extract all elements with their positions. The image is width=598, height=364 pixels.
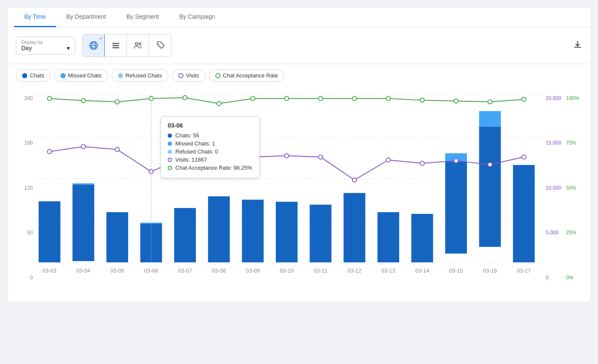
display-by-text: Day	[21, 45, 32, 51]
bar-chats-2	[106, 212, 128, 262]
people-icon	[133, 40, 143, 51]
y-axis-left: 240 180 120 60 0	[16, 91, 33, 293]
display-by-select[interactable]: Display by Day ▾	[16, 37, 75, 54]
tag-icon	[155, 40, 165, 51]
chats-dot	[22, 73, 27, 78]
filter-globe-button[interactable]	[83, 34, 105, 57]
legend-refused-chats[interactable]: Refused Chats	[112, 69, 169, 82]
rate-dot-9	[352, 97, 357, 101]
bar-chats-6	[242, 200, 263, 262]
visit-dot-3	[149, 170, 153, 174]
y-rate-25: 25%	[566, 230, 582, 236]
bar-chats-9	[343, 193, 365, 262]
tab-by-segment[interactable]: By Segment	[116, 7, 169, 27]
x-label-14: 03-17	[517, 268, 531, 274]
missed-chats-dot	[60, 73, 66, 78]
display-by-value: Day ▾	[21, 45, 70, 51]
y-left-0: 0	[16, 275, 33, 281]
legend-chat-acceptance-rate[interactable]: Chat Acceptance Rate	[209, 69, 284, 82]
y-rate-0: 0%	[566, 275, 582, 281]
svg-rect-5	[112, 43, 119, 44]
visit-dot-8	[318, 155, 323, 159]
bar-missed-1	[72, 183, 94, 185]
x-label-9: 03-12	[347, 268, 361, 274]
y-visits-15000: 15,000	[546, 140, 564, 146]
x-label-0: 03-03	[43, 268, 57, 274]
rate-dot-0	[47, 97, 52, 101]
x-label-12: 03-15	[449, 268, 463, 274]
rate-dot-8	[318, 97, 323, 101]
rate-dot-14	[522, 97, 526, 102]
x-label-1: 03-04	[77, 268, 91, 274]
display-by-label: Display by	[21, 40, 70, 45]
bar-chats-14	[513, 165, 535, 262]
legend-bar: Chats Missed Chats Refused Chats Visits …	[7, 64, 591, 87]
svg-point-8	[135, 43, 138, 45]
visit-dot-0	[47, 150, 52, 154]
y-visits-0: 0	[546, 275, 564, 281]
legend-missed-chats[interactable]: Missed Chats	[54, 69, 108, 82]
rate-dot-1	[81, 99, 86, 103]
chart-inner: 03-03 03-04 03-05 03-06 03-07 03-08 03-0…	[33, 91, 543, 293]
visit-dot-5	[217, 152, 221, 156]
filter-people-button[interactable]	[127, 34, 149, 57]
chart-svg: 03-03 03-04 03-05 03-06 03-07 03-08 03-0…	[33, 91, 543, 292]
svg-rect-6	[112, 45, 119, 46]
main-card: By Time By Department By Segment By Camp…	[7, 7, 591, 302]
visit-dot-14	[522, 155, 526, 159]
visit-dot-11	[420, 161, 424, 165]
rate-dot-11	[420, 98, 424, 102]
tab-by-time[interactable]: By Time	[14, 7, 56, 27]
y-left-180: 180	[16, 140, 33, 146]
x-label-13: 03-16	[483, 268, 497, 274]
visits-label: Visits	[186, 72, 199, 79]
y-rate-50: 50%	[566, 185, 582, 191]
filter-tag-button[interactable]	[149, 34, 171, 57]
legend-visits[interactable]: Visits	[172, 69, 206, 82]
bar-chats-13	[479, 127, 501, 247]
chart-wrapper: 240 180 120 60 0	[16, 91, 582, 293]
filter-icons-group	[82, 34, 172, 57]
bar-chats-4	[174, 208, 196, 262]
bar-chats-1	[72, 185, 94, 261]
rate-dot-4	[183, 96, 187, 100]
list-icon	[111, 40, 121, 51]
rate-dot-12	[454, 99, 458, 103]
refused-chats-label: Refused Chats	[126, 72, 162, 79]
rate-dot-7	[285, 97, 289, 101]
tab-by-department[interactable]: By Department	[56, 7, 116, 27]
bar-chats-10	[378, 212, 399, 262]
visit-dot-2	[115, 148, 120, 152]
globe-icon	[89, 40, 99, 51]
filter-list-button[interactable]	[105, 34, 127, 57]
visit-dot-10	[386, 158, 390, 162]
bar-chats-0	[39, 201, 60, 262]
svg-point-9	[139, 43, 141, 45]
x-label-3: 03-06	[144, 268, 158, 274]
x-label-7: 03-10	[280, 268, 294, 274]
legend-chats[interactable]: Chats	[16, 69, 51, 82]
bar-chats-8	[310, 205, 332, 262]
y-rate-75: 75%	[566, 140, 582, 146]
chats-label: Chats	[30, 72, 44, 79]
visit-dot-9	[352, 178, 357, 182]
bar-chats-11	[411, 214, 433, 262]
bar-missed-13	[479, 111, 501, 126]
svg-point-10	[158, 44, 159, 45]
y-visits-20000: 20,000	[546, 95, 564, 101]
visit-dot-12	[454, 159, 458, 163]
y-visits-5000: 5,000	[546, 230, 564, 236]
bar-chats-5	[208, 196, 230, 262]
chart-container: 240 180 120 60 0	[7, 87, 591, 302]
y-left-120: 120	[16, 185, 33, 191]
refused-chats-dot	[118, 73, 123, 78]
rate-dot-5	[217, 102, 221, 106]
download-button[interactable]	[573, 40, 582, 51]
tab-by-campaign[interactable]: By Campaign	[169, 7, 225, 27]
x-label-6: 03-09	[246, 268, 260, 274]
rate-dot-2	[115, 100, 120, 104]
rate-dot-13	[488, 100, 492, 104]
x-label-8: 03-11	[314, 268, 328, 274]
visit-dot-4	[183, 154, 187, 159]
y-rate-100: 100%	[566, 95, 582, 101]
